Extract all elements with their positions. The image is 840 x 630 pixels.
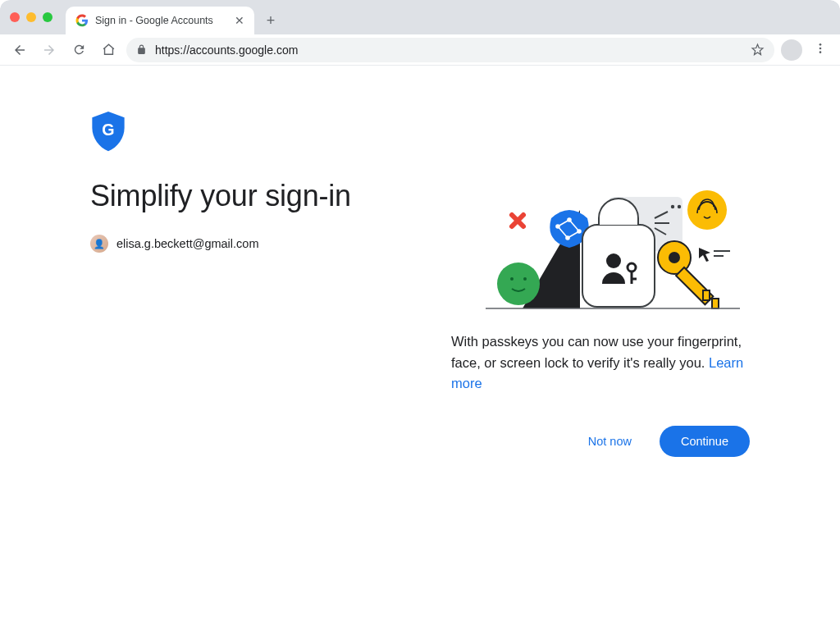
new-tab-button[interactable]: + [259,9,282,32]
user-avatar-icon: 👤 [90,235,108,253]
browser-chrome: Sign in - Google Accounts ✕ + https://ac… [0,0,840,66]
home-button[interactable] [97,39,120,62]
svg-point-12 [523,277,527,281]
svg-point-33 [687,190,727,230]
continue-button[interactable]: Continue [660,426,750,457]
kebab-menu-icon [814,42,827,55]
account-email: elisa.g.beckett@gmail.com [116,237,258,250]
svg-point-2 [819,51,822,53]
page-content: G Simplify your sign-in 👤 elisa.g.becket… [0,66,840,457]
window-controls [10,0,66,34]
passkeys-illustration [453,185,748,317]
arrow-left-icon [12,43,27,57]
close-window-icon[interactable] [10,12,20,22]
google-favicon-icon [75,14,89,27]
account-chip[interactable]: 👤 elisa.g.beckett@gmail.com [90,235,435,253]
svg-point-0 [819,43,822,46]
bookmark-star-icon[interactable] [751,43,765,57]
forward-button[interactable] [38,39,61,62]
arrow-right-icon [42,43,57,57]
svg-point-10 [497,262,540,305]
back-button[interactable] [8,39,31,62]
reload-icon [72,43,86,57]
address-bar[interactable]: https://accounts.google.com [126,38,774,62]
svg-text:G: G [102,121,114,139]
svg-point-29 [669,252,680,263]
browser-toolbar: https://accounts.google.com [0,34,840,66]
minimize-window-icon[interactable] [26,12,36,22]
svg-point-6 [678,205,681,208]
svg-point-1 [819,47,822,49]
browser-tab[interactable]: Sign in - Google Accounts ✕ [66,7,254,34]
left-column: G Simplify your sign-in 👤 elisa.g.becket… [90,112,435,457]
titlebar: Sign in - Google Accounts ✕ + [0,0,840,34]
tab-title: Sign in - Google Accounts [95,15,228,26]
not-now-button[interactable]: Not now [585,428,635,454]
page-heading: Simplify your sign-in [90,179,435,213]
url-text: https://accounts.google.com [155,43,742,57]
action-row: Not now Continue [451,426,750,457]
svg-point-24 [606,253,621,268]
profile-button[interactable] [781,39,802,61]
svg-rect-32 [712,299,719,308]
maximize-window-icon[interactable] [43,12,52,22]
tab-close-icon[interactable]: ✕ [235,14,244,27]
description-body: With passkeys you can now use your finge… [451,334,742,370]
description-text: With passkeys you can now use your finge… [451,331,750,395]
svg-point-5 [671,205,674,208]
reload-button[interactable] [67,39,90,62]
home-icon [102,43,116,57]
svg-rect-31 [703,290,710,300]
svg-point-11 [510,277,514,281]
browser-menu-button[interactable] [809,42,832,58]
right-column: With passkeys you can now use your finge… [451,112,750,457]
google-shield-icon: G [90,112,126,153]
lock-icon [136,44,147,55]
